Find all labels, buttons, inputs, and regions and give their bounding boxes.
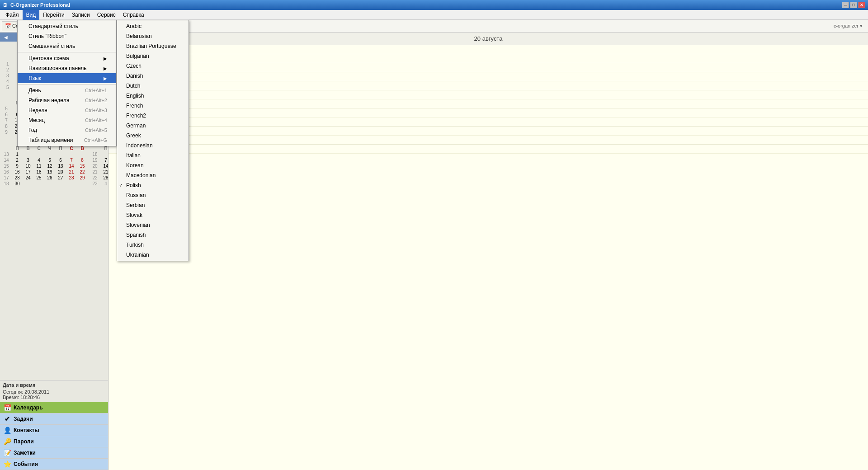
nav-calendar-label: Календарь bbox=[14, 404, 43, 411]
menu-bar: Файл Вид Перейти Записи Сервис Справка bbox=[0, 10, 868, 20]
lang-turkish[interactable]: Turkish bbox=[117, 240, 189, 250]
time-row-22: 2200 bbox=[108, 118, 868, 127]
title-bar: 🗓 C-Organizer Professional ─ □ ✕ bbox=[0, 0, 868, 10]
nav-notes[interactable]: 📝 Заметки bbox=[0, 447, 108, 459]
minimize-button[interactable]: ─ bbox=[842, 2, 849, 8]
lang-bulgarian[interactable]: Bulgarian bbox=[117, 51, 189, 61]
content-area: 20 августа 0300 30 1900 30 20 bbox=[108, 33, 868, 470]
nav-contacts-label: Контакты bbox=[14, 427, 39, 433]
menu-day-view[interactable]: День Ctrl+Alt+1 bbox=[18, 85, 116, 95]
menu-language[interactable]: Язык ▶ bbox=[18, 73, 116, 83]
nav-contacts[interactable]: 👤 Контакты bbox=[0, 425, 108, 436]
time-text: Время: 18:28:46 bbox=[3, 395, 105, 400]
lang-polish[interactable]: Polish bbox=[117, 180, 189, 190]
time-row-23: 2300 bbox=[108, 136, 868, 145]
lang-korean[interactable]: Korean bbox=[117, 160, 189, 170]
lang-french2[interactable]: French2 bbox=[117, 111, 189, 121]
notes-nav-icon: 📝 bbox=[4, 449, 11, 456]
time-content-03[interactable] bbox=[131, 45, 868, 54]
app-icon: 🗓 bbox=[3, 2, 8, 8]
lang-serbian[interactable]: Serbian bbox=[117, 200, 189, 210]
menu-color-scheme[interactable]: Цветовая схема ▶ bbox=[18, 53, 116, 63]
lang-slovenian[interactable]: Slovenian bbox=[117, 220, 189, 230]
today-text: Сегодня: 20.08.2011 bbox=[3, 389, 105, 395]
nav-tasks[interactable]: ✔ Задачи bbox=[0, 414, 108, 425]
lang-macedonian[interactable]: Macedonian bbox=[117, 170, 189, 180]
menu-file[interactable]: Файл bbox=[2, 10, 23, 20]
close-button[interactable]: ✕ bbox=[858, 2, 865, 8]
time-slots[interactable]: 0300 30 1900 30 2000 30 bbox=[108, 45, 868, 470]
cal-date-display: 20 августа bbox=[474, 35, 503, 42]
time-row-03-half: 30 bbox=[108, 54, 868, 63]
menu-standard-style[interactable]: Стандартный стиль bbox=[18, 21, 116, 31]
time-row-03: 0300 bbox=[108, 45, 868, 54]
menu-nav-panel[interactable]: Навигационная панель ▶ bbox=[18, 63, 116, 73]
nav-passwords[interactable]: 🔑 Пароли bbox=[0, 436, 108, 447]
lang-italian[interactable]: Italian bbox=[117, 150, 189, 160]
lang-czech[interactable]: Czech bbox=[117, 61, 189, 71]
nav-calendar[interactable]: 📅 Календарь bbox=[0, 402, 108, 414]
lang-ukrainian[interactable]: Ukrainian bbox=[117, 250, 189, 260]
lang-brazilian-portuguese[interactable]: Brazilian Portuguese bbox=[117, 41, 189, 51]
cal-content-header: 20 августа bbox=[108, 33, 868, 45]
menu-year-view[interactable]: Год Ctrl+Alt+5 bbox=[18, 125, 116, 135]
maximize-button[interactable]: □ bbox=[850, 2, 857, 8]
language-arrow: ▶ bbox=[104, 76, 107, 81]
lang-french[interactable]: French bbox=[117, 101, 189, 111]
contacts-nav-icon: 👤 bbox=[4, 427, 11, 434]
lang-slovak[interactable]: Slovak bbox=[117, 210, 189, 220]
cal-prev-button[interactable]: ◀ bbox=[3, 35, 9, 40]
datetime-title: Дата и время bbox=[3, 382, 105, 388]
nav-notes-label: Заметки bbox=[14, 450, 36, 456]
lang-russian[interactable]: Russian bbox=[117, 190, 189, 200]
nav-panel-arrow: ▶ bbox=[104, 66, 107, 71]
datetime-section: Дата и время Сегодня: 20.08.2011 Время: … bbox=[0, 380, 108, 402]
create-icon: 📅 bbox=[5, 23, 11, 29]
lang-english[interactable]: English bbox=[117, 91, 189, 101]
menu-mixed-style[interactable]: Смешанный стиль bbox=[18, 41, 116, 51]
lang-arabic[interactable]: Arabic bbox=[117, 21, 189, 31]
tasks-nav-icon: ✔ bbox=[4, 415, 11, 423]
lang-spanish[interactable]: Spanish bbox=[117, 230, 189, 240]
time-row-20: 2000 bbox=[108, 81, 868, 90]
menu-goto[interactable]: Перейти bbox=[39, 10, 68, 20]
passwords-nav-icon: 🔑 bbox=[4, 438, 11, 445]
nav-events-label: События bbox=[14, 461, 38, 467]
time-row-21: 2100 bbox=[108, 99, 868, 108]
menu-workweek-view[interactable]: Рабочая неделя Ctrl+Alt+2 bbox=[18, 95, 116, 105]
user-label: c-organizer ▾ bbox=[834, 23, 866, 29]
menu-sep-1 bbox=[18, 52, 116, 52]
lang-belarusian[interactable]: Belarusian bbox=[117, 31, 189, 41]
calendar-nav-icon: 📅 bbox=[4, 404, 11, 411]
lang-danish[interactable]: Danish bbox=[117, 71, 189, 81]
lang-dutch[interactable]: Dutch bbox=[117, 81, 189, 91]
menu-month-view[interactable]: Месяц Ctrl+Alt+4 bbox=[18, 115, 116, 125]
menu-timeline-view[interactable]: Таблица времени Ctrl+Alt+G bbox=[18, 135, 116, 145]
menu-service[interactable]: Сервис bbox=[94, 10, 119, 20]
lang-indonesian[interactable]: Indonesian bbox=[117, 141, 189, 150]
title-bar-text: C-Organizer Professional bbox=[10, 2, 70, 8]
lang-greek[interactable]: Greek bbox=[117, 131, 189, 141]
color-scheme-arrow: ▶ bbox=[104, 56, 107, 61]
nav-passwords-label: Пароли bbox=[14, 438, 34, 445]
menu-ribbon-style[interactable]: Стиль "Ribbon" bbox=[18, 31, 116, 41]
language-submenu: Arabic Belarusian Brazilian Portuguese B… bbox=[117, 20, 189, 261]
nav-tasks-label: Задачи bbox=[14, 416, 33, 422]
menu-help[interactable]: Справка bbox=[119, 10, 148, 20]
nav-buttons: 📅 Календарь ✔ Задачи 👤 Контакты 🔑 Пароли… bbox=[0, 402, 108, 470]
menu-week-view[interactable]: Неделя Ctrl+Alt+3 bbox=[18, 105, 116, 115]
menu-sep-2 bbox=[18, 84, 116, 85]
view-menu-dropdown: Стандартный стиль Стиль "Ribbon" Смешанн… bbox=[17, 20, 117, 146]
menu-records[interactable]: Записи bbox=[68, 10, 94, 20]
menu-view[interactable]: Вид bbox=[23, 10, 40, 20]
time-row-19: 1900 bbox=[108, 63, 868, 72]
events-nav-icon: ⭐ bbox=[4, 461, 11, 468]
nav-events[interactable]: ⭐ События bbox=[0, 459, 108, 470]
lang-german[interactable]: German bbox=[117, 121, 189, 131]
